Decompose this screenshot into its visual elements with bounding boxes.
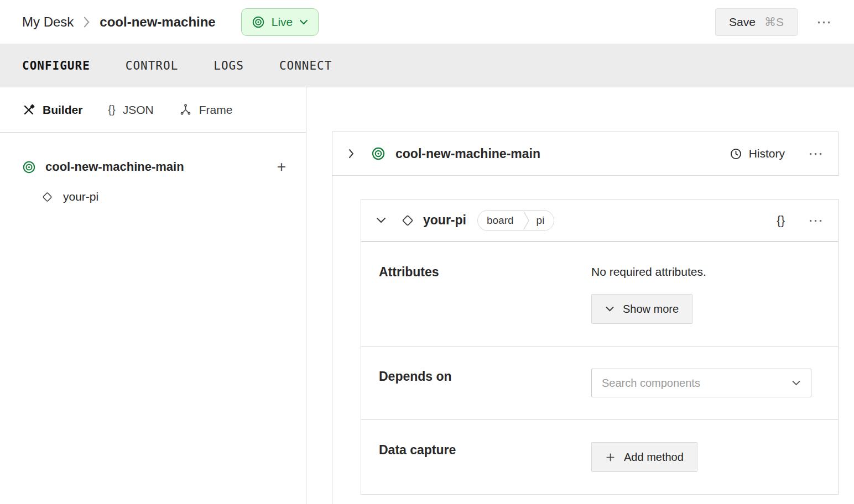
collapse-chevron-down-icon[interactable] [376,217,387,224]
machine-part-tree: cool-new-machine-main + your-pi [0,133,306,211]
machine-card-more-menu[interactable]: ⋯ [808,145,824,162]
depends-on-placeholder: Search components [602,377,700,390]
breadcrumb: My Desk cool-new-machine [22,14,216,30]
configure-sidebar: Builder {} JSON Frame [0,87,306,504]
component-diamond-icon [41,191,53,203]
machine-part-card: cool-new-machine-main History ⋯ [332,132,839,176]
show-more-label: Show more [623,303,679,316]
mode-frame-label: Frame [199,103,233,117]
nesting-guide-line [332,176,332,504]
component-card-header: your-pi board pi {} ⋯ [361,200,838,242]
depends-on-label: Depends on [379,369,591,397]
data-capture-label: Data capture [379,442,591,472]
main-tabbar: CONFIGURE CONTROL LOGS CONNECT [0,44,854,87]
tab-logs[interactable]: LOGS [214,59,244,72]
mode-builder[interactable]: Builder [22,103,82,117]
expand-chevron-right-icon[interactable] [347,148,356,159]
add-method-button[interactable]: Add method [591,442,697,472]
tree-component-label: your-pi [63,190,98,203]
save-label: Save [729,15,756,29]
save-shortcut: ⌘S [764,15,784,29]
configure-main-panel: cool-new-machine-main History ⋯ [306,87,854,504]
attributes-label: Attributes [379,264,591,324]
braces-icon: {} [108,103,115,116]
badge-type: board [478,214,523,227]
show-more-button[interactable]: Show more [591,294,692,324]
component-title: your-pi [423,213,466,228]
attributes-row: Attributes No required attributes. Show … [361,242,838,346]
chevron-down-icon [299,19,308,25]
tab-control[interactable]: CONTROL [126,59,179,72]
history-button[interactable]: History [730,147,785,160]
depends-on-select[interactable]: Search components [591,369,811,397]
add-method-label: Add method [624,451,684,464]
mode-frame[interactable]: Frame [179,103,233,117]
machine-target-icon [371,146,386,161]
history-label: History [749,147,785,160]
top-header: My Desk cool-new-machine Live Save ⌘S ⋯ [0,0,854,44]
mode-json[interactable]: {} JSON [108,103,153,117]
machine-card-title: cool-new-machine-main [395,146,730,161]
badge-model: pi [530,214,554,227]
badge-separator-icon [523,211,530,230]
component-card-your-pi: your-pi board pi {} ⋯ Attributes No requ… [361,199,839,495]
machine-target-icon [22,160,36,174]
component-type-badge: board pi [477,210,554,231]
component-more-menu[interactable]: ⋯ [808,212,824,229]
tab-configure[interactable]: CONFIGURE [22,59,90,72]
breadcrumb-separator-icon [82,15,91,29]
live-label: Live [272,15,293,29]
live-status-dropdown[interactable]: Live [241,8,319,36]
attributes-content: No required attributes. Show more [591,264,706,324]
data-capture-row: Data capture Add method [361,419,838,494]
add-component-button[interactable]: + [277,159,286,175]
attributes-empty-text: No required attributes. [591,264,706,279]
component-json-toggle[interactable]: {} [777,213,785,228]
mode-json-label: JSON [123,103,154,117]
tree-item-your-pi[interactable]: your-pi [0,182,306,211]
tab-connect[interactable]: CONNECT [279,59,332,72]
component-diamond-icon [401,214,414,227]
save-button[interactable]: Save ⌘S [715,8,798,36]
header-more-menu[interactable]: ⋯ [816,13,832,31]
frame-axes-icon [179,103,192,116]
breadcrumb-root-link[interactable]: My Desk [22,14,74,30]
tree-machine-label: cool-new-machine-main [45,160,268,174]
tools-icon [22,103,35,117]
mode-builder-label: Builder [43,103,82,117]
breadcrumb-current: cool-new-machine [100,14,215,30]
depends-on-row: Depends on Search components [361,346,838,419]
view-mode-toolbar: Builder {} JSON Frame [0,87,306,133]
tree-item-machine-main[interactable]: cool-new-machine-main + [0,153,306,181]
live-target-icon [252,15,265,29]
